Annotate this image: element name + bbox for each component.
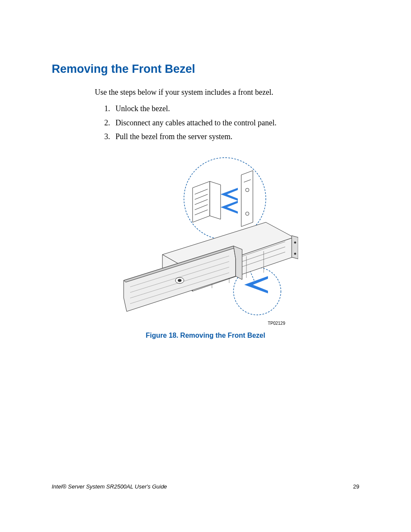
svg-point-28 [294,253,296,255]
section-heading: Removing the Front Bezel [52,62,359,76]
step-3: Pull the bezel from the server system. [112,130,359,143]
svg-marker-2 [210,181,221,219]
step-1: Unlock the bezel. [112,102,359,115]
figure-container: TP02129 Figure 18. Removing the Front Be… [113,151,298,339]
figure-caption: Figure 18. Removing the Front Bezel [113,332,298,339]
intro-text: Use the steps below if your system inclu… [95,87,359,98]
steps-list: Unlock the bezel. Disconnect any cables … [112,102,359,143]
footer-doc-title: Intel® Server System SR2500AL User's Gui… [52,483,167,490]
svg-marker-26 [292,236,298,259]
svg-marker-8 [241,171,253,227]
footer-page-number: 29 [353,483,359,490]
figure-reference-code: TP02129 [113,321,298,326]
bezel-removal-diagram [113,151,298,324]
svg-point-27 [294,242,296,243]
step-2: Disconnect any cables attached to the co… [112,116,359,130]
svg-marker-38 [244,276,268,293]
page-footer: Intel® Server System SR2500AL User's Gui… [52,483,359,490]
svg-marker-13 [221,201,238,214]
svg-point-37 [178,279,181,282]
svg-marker-12 [221,188,238,201]
